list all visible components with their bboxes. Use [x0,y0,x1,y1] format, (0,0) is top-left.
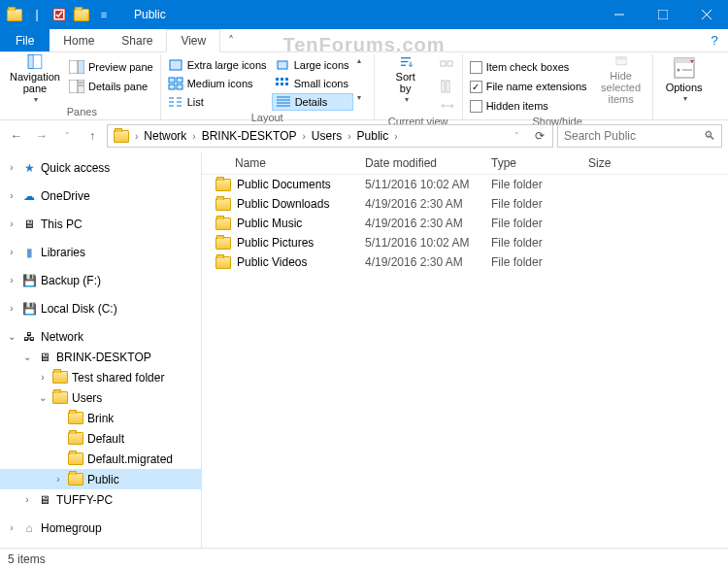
sort-by-button[interactable]: Sort by ▾ [379,54,433,105]
forward-button[interactable]: → [31,125,52,147]
tree-backup[interactable]: ›💾Backup (F:) [0,270,201,290]
column-headers: Name Date modified Type Size [202,151,728,175]
tree-quick-access[interactable]: ›★Quick access [0,157,201,178]
qat-dropdown[interactable]: ≡ [93,4,115,25]
extra-large-icons-button[interactable]: Extra large icons [165,56,270,74]
expander-icon[interactable]: › [21,494,33,505]
file-row[interactable]: Public Pictures5/11/2016 10:02 AMFile fo… [202,233,728,252]
expander-icon[interactable]: › [6,303,17,314]
expander-icon[interactable]: › [52,474,64,485]
preview-pane-button[interactable]: Preview pane [66,58,156,76]
large-icons-button[interactable]: Large icons [272,56,353,74]
navigation-tree[interactable]: ›★Quick access ›☁OneDrive ›🖥This PC ›▮Li… [0,151,202,548]
list-button[interactable]: List [165,93,270,111]
star-icon: ★ [21,160,37,176]
svg-rect-18 [169,84,175,89]
file-row[interactable]: Public Documents5/11/2016 10:02 AMFile f… [202,175,728,194]
tree-computer-brink[interactable]: ⌄🖥BRINK-DESKTOP [0,347,201,367]
expander-open-icon[interactable]: ⌄ [37,392,49,403]
expander-open-icon[interactable]: ⌄ [6,331,17,342]
address-dropdown-button[interactable]: ˅ [506,125,527,147]
file-row[interactable]: Public Downloads4/19/2016 2:30 AMFile fo… [202,194,728,214]
expander-icon[interactable]: › [6,190,17,201]
tree-network[interactable]: ⌄🖧Network [0,326,201,347]
file-list[interactable]: Name Date modified Type Size Public Docu… [202,151,728,548]
properties-icon[interactable] [49,4,70,25]
tree-onedrive[interactable]: ›☁OneDrive [0,185,201,206]
small-icons-button[interactable]: Small icons [272,75,353,92]
add-columns-button[interactable] [437,78,458,95]
file-row[interactable]: Public Videos4/19/2016 2:30 AMFile folde… [202,252,728,272]
search-input[interactable]: Search Public 🔍︎ [557,124,722,148]
share-tab[interactable]: Share [108,29,166,51]
close-button[interactable] [684,0,728,29]
chevron-right-icon[interactable]: › [347,131,350,142]
file-row[interactable]: Public Music4/19/2016 2:30 AMFile folder [202,214,728,233]
details-pane-button[interactable]: Details pane [66,78,156,95]
tree-libraries[interactable]: ›▮Libraries [0,242,201,262]
medium-icons-button[interactable]: Medium icons [165,75,270,92]
view-tab[interactable]: View [166,29,220,52]
breadcrumb-users[interactable]: Users [308,129,346,143]
maximize-button[interactable] [641,0,684,29]
ribbon-collapse-button[interactable]: ˄ [220,29,242,51]
breadcrumb-network[interactable]: Network [140,129,190,143]
chevron-down-icon[interactable]: ▾ [357,93,361,111]
file-name-extensions-checkbox[interactable]: ✓File name extensions [467,78,590,95]
hidden-items-checkbox[interactable]: Hidden items [467,97,590,115]
tree-users[interactable]: ⌄Users [0,387,201,408]
tree-this-pc[interactable]: ›🖥This PC [0,214,201,234]
minimize-button[interactable] [597,0,641,29]
tree-computer-tuffy[interactable]: ›🖥TUFFY-PC [0,489,201,510]
group-by-button[interactable] [437,58,458,76]
navigation-pane-button[interactable]: Navigation pane ▾ [8,54,62,105]
chevron-right-icon[interactable]: › [394,131,397,142]
window-title: Public [134,8,166,21]
back-button[interactable]: ← [6,125,27,147]
options-button[interactable]: Options ▾ [657,54,711,105]
folder-icon [215,218,231,230]
column-date[interactable]: Date modified [357,156,483,170]
tree-brink-user[interactable]: Brink [0,408,201,428]
expander-icon[interactable]: › [6,275,17,285]
chevron-right-icon[interactable]: › [192,131,195,142]
tree-default-migrated[interactable]: Default.migrated [0,449,201,469]
svg-rect-16 [169,78,175,83]
tree-default[interactable]: Default [0,428,201,449]
refresh-button[interactable]: ⟳ [529,125,550,147]
expander-icon[interactable]: › [6,247,17,257]
breadcrumb-computer[interactable]: BRINK-DESKTOP [198,129,301,143]
file-name: Public Pictures [237,236,314,250]
item-check-boxes-checkbox[interactable]: Item check boxes [467,58,590,76]
home-tab[interactable]: Home [50,29,108,51]
up-button[interactable]: ↑ [82,125,103,147]
breadcrumb-public[interactable]: Public [353,129,393,143]
expander-open-icon[interactable]: ⌄ [21,351,33,362]
column-type[interactable]: Type [483,156,580,170]
tree-homegroup[interactable]: ›⌂Homegroup [0,518,201,538]
address-bar[interactable]: › Network › BRINK-DESKTOP › Users › Publ… [107,124,553,148]
expander-icon[interactable]: › [6,522,17,533]
details-button[interactable]: Details [272,93,353,111]
column-name[interactable]: Name [202,156,357,170]
file-tab[interactable]: File [0,29,50,51]
tree-test-shared[interactable]: ›Test shared folder [0,367,201,387]
folder-icon [68,431,83,447]
size-columns-button[interactable] [437,97,458,115]
recent-locations-button[interactable]: ˅ [56,125,78,147]
file-date: 4/19/2016 2:30 AM [357,255,483,269]
expander-icon[interactable]: › [6,218,17,229]
expander-icon[interactable]: › [37,372,49,383]
expander-icon[interactable]: › [6,162,17,173]
column-size[interactable]: Size [580,156,658,170]
chevron-right-icon[interactable]: › [135,131,138,142]
tree-local-disk[interactable]: ›💾Local Disk (C:) [0,298,201,318]
help-button[interactable]: ? [701,29,728,51]
tree-public[interactable]: ›Public [0,469,201,489]
chevron-right-icon[interactable]: › [303,131,306,142]
svg-rect-11 [78,80,84,93]
folder-icon [215,256,231,269]
chevron-up-icon[interactable]: ▴ [357,56,361,74]
svg-rect-7 [28,55,33,69]
hide-selected-items-button[interactable]: Hide selected items [594,54,648,105]
